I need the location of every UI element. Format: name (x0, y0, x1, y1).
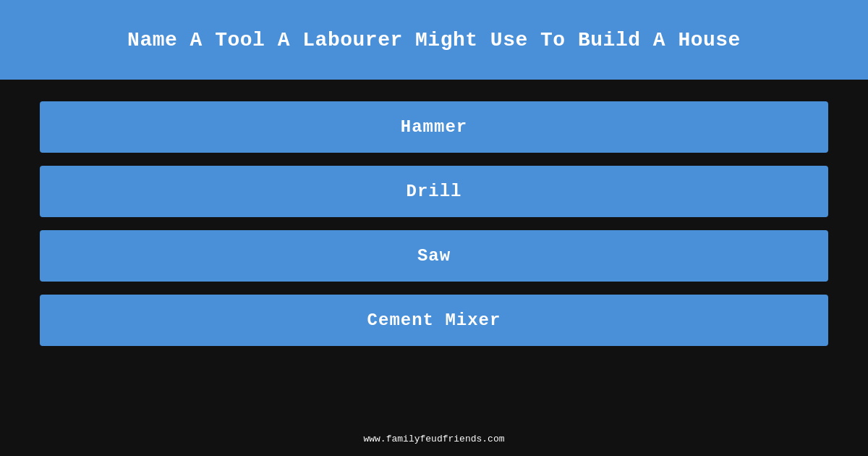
footer-section: www.familyfeudfriends.com (0, 425, 868, 456)
answer-button-1[interactable]: Hammer (40, 101, 828, 153)
answers-section: Hammer Drill Saw Cement Mixer (0, 80, 868, 425)
answer-label-1: Hammer (401, 117, 467, 137)
answer-button-2[interactable]: Drill (40, 166, 828, 217)
answer-button-4[interactable]: Cement Mixer (40, 295, 828, 346)
answer-button-3[interactable]: Saw (40, 230, 828, 282)
footer-url: www.familyfeudfriends.com (363, 434, 504, 444)
header-section: Name A Tool A Labourer Might Use To Buil… (0, 0, 868, 80)
answer-label-4: Cement Mixer (367, 311, 501, 330)
answer-label-2: Drill (406, 182, 461, 201)
question-title: Name A Tool A Labourer Might Use To Buil… (127, 29, 741, 51)
answer-label-3: Saw (417, 246, 451, 266)
